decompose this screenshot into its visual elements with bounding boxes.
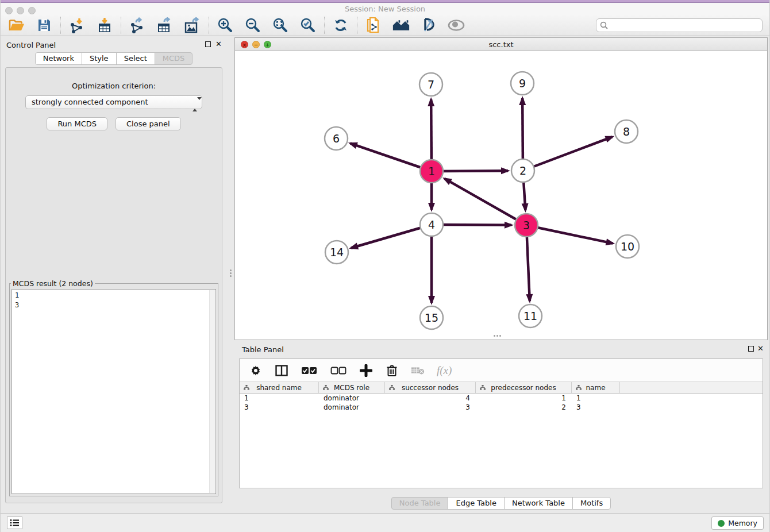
- zoom-in-icon[interactable]: [217, 17, 234, 34]
- column-header-name[interactable]: name: [572, 382, 620, 393]
- graph-edge-3-1[interactable]: [445, 179, 526, 225]
- mcds-result-text[interactable]: 13: [11, 289, 216, 494]
- close-panel-icon[interactable]: ✕: [757, 344, 764, 353]
- import-network-icon[interactable]: [68, 17, 86, 34]
- table-cell[interactable]: 1: [240, 394, 319, 403]
- column-header-MCDS-role[interactable]: MCDS role: [319, 382, 385, 393]
- task-history-button[interactable]: [7, 516, 22, 529]
- graph-edge-1-6[interactable]: [351, 143, 432, 171]
- graph-node-8[interactable]: 8: [615, 120, 638, 143]
- control-panel-tabs: NetworkStyleSelectMCDS: [1, 52, 227, 65]
- table-row[interactable]: 1dominator411: [240, 394, 763, 403]
- result-scrollbar[interactable]: [209, 290, 215, 493]
- mcds-result-group: MCDS result (2 nodes) 13: [9, 279, 218, 496]
- graph-node-1[interactable]: 1: [420, 160, 443, 183]
- table-tabs: Node TableEdge TableNetwork TableMotifs: [234, 497, 768, 510]
- optimization-criterion-select[interactable]: strongly connected component: [25, 95, 202, 109]
- select-all-columns-icon[interactable]: [301, 364, 318, 377]
- export-network-icon[interactable]: [129, 17, 146, 34]
- network-from-selection-icon[interactable]: [365, 17, 382, 34]
- table-cell[interactable]: 4: [385, 394, 476, 403]
- function-builder-icon[interactable]: f(x): [437, 364, 452, 377]
- mcds-result-title: MCDS result (2 nodes): [11, 279, 95, 288]
- network-canvas[interactable]: 7968124314101511: [235, 51, 767, 340]
- float-panel-icon[interactable]: [205, 41, 211, 47]
- table-cell[interactable]: 2: [476, 403, 572, 412]
- graph-edge-4-14[interactable]: [351, 225, 432, 248]
- table-cell[interactable]: dominator: [319, 403, 385, 412]
- panel-mode-icon[interactable]: [275, 364, 288, 377]
- tab-mcds[interactable]: MCDS: [155, 52, 193, 65]
- svg-text:4: 4: [428, 218, 435, 231]
- table-cell[interactable]: dominator: [319, 394, 385, 403]
- svg-text:14: 14: [330, 246, 344, 259]
- graph-node-14[interactable]: 14: [325, 241, 348, 264]
- table-panel: Table Panel ✕: [234, 342, 768, 510]
- graph-node-4[interactable]: 4: [420, 213, 443, 236]
- zoom-fit-icon[interactable]: [272, 17, 289, 34]
- svg-text:11: 11: [523, 310, 537, 322]
- open-session-icon[interactable]: [8, 17, 25, 34]
- import-table-icon[interactable]: [96, 17, 113, 34]
- tab-network-table[interactable]: Network Table: [504, 497, 573, 510]
- network-window-title: scc.txt: [235, 40, 767, 49]
- export-table-icon[interactable]: [156, 17, 174, 34]
- memory-button[interactable]: Memory: [711, 516, 764, 530]
- tab-node-table[interactable]: Node Table: [391, 497, 449, 510]
- graph-edge-3-10[interactable]: [526, 225, 613, 244]
- search-input[interactable]: [596, 18, 763, 32]
- zoom-selected-icon[interactable]: [299, 17, 317, 34]
- table-row[interactable]: 3dominator323: [240, 403, 763, 412]
- panel-divider[interactable]: [227, 37, 234, 507]
- column-settings-icon[interactable]: [249, 364, 263, 377]
- close-panel-button[interactable]: Close panel: [116, 117, 181, 130]
- run-mcds-button[interactable]: Run MCDS: [47, 117, 107, 130]
- hide-selected-icon[interactable]: [420, 17, 437, 34]
- table-cell[interactable]: 3: [240, 403, 319, 412]
- first-neighbors-icon[interactable]: [392, 17, 410, 34]
- tab-select[interactable]: Select: [116, 52, 155, 65]
- graph-node-6[interactable]: 6: [325, 127, 348, 150]
- table-panel-header: Table Panel ✕: [234, 342, 768, 357]
- graph-node-11[interactable]: 11: [519, 304, 542, 327]
- zoom-out-icon[interactable]: [244, 17, 261, 34]
- svg-text:10: 10: [621, 240, 634, 253]
- column-header-shared-name[interactable]: shared name: [240, 382, 319, 393]
- save-session-icon[interactable]: [36, 17, 53, 34]
- delete-table-icon[interactable]: [411, 364, 425, 377]
- delete-column-icon[interactable]: [385, 364, 399, 377]
- control-panel-header: Control Panel ✕: [1, 37, 227, 52]
- status-bar: Memory: [1, 513, 769, 532]
- add-column-icon[interactable]: [359, 364, 373, 377]
- graph-node-7[interactable]: 7: [419, 73, 442, 96]
- memory-status-icon: [718, 520, 725, 527]
- column-header-successor-nodes[interactable]: successor nodes: [385, 382, 476, 393]
- table-cell[interactable]: 1: [476, 394, 572, 403]
- graph-node-2[interactable]: 2: [511, 159, 534, 182]
- graph-node-9[interactable]: 9: [511, 72, 534, 95]
- apply-layout-icon[interactable]: [332, 17, 349, 34]
- deselect-all-columns-icon[interactable]: [330, 364, 347, 377]
- tab-motifs[interactable]: Motifs: [572, 497, 611, 510]
- graph-edge-2-8[interactable]: [523, 137, 613, 171]
- export-image-icon[interactable]: [184, 17, 201, 34]
- table-cell[interactable]: 1: [572, 394, 620, 403]
- show-all-icon[interactable]: [448, 17, 465, 34]
- network-window-titlebar[interactable]: x − + scc.txt: [235, 38, 767, 51]
- graph-node-10[interactable]: 10: [616, 235, 639, 258]
- close-panel-icon[interactable]: ✕: [215, 40, 222, 48]
- svg-text:6: 6: [333, 132, 340, 145]
- svg-text:2: 2: [519, 164, 526, 177]
- graph-node-15[interactable]: 15: [420, 306, 443, 329]
- divider-grip-icon: [230, 268, 232, 278]
- table-cell[interactable]: 3: [572, 403, 620, 412]
- tab-network[interactable]: Network: [35, 52, 82, 65]
- graph-node-3[interactable]: 3: [515, 214, 538, 237]
- main-toolbar: [1, 14, 769, 36]
- canvas-grip-icon: [494, 335, 501, 337]
- tab-edge-table[interactable]: Edge Table: [448, 497, 504, 510]
- tab-style[interactable]: Style: [82, 52, 117, 65]
- float-panel-icon[interactable]: [748, 346, 754, 352]
- table-cell[interactable]: 3: [385, 403, 476, 412]
- column-header-predecessor-nodes[interactable]: predecessor nodes: [476, 382, 572, 393]
